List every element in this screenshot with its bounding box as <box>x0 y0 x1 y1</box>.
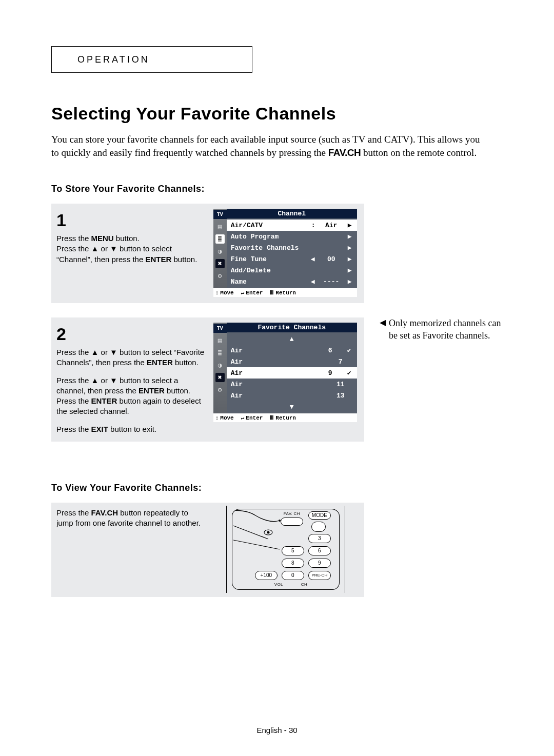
right-arrow-icon: ▶ <box>347 232 353 241</box>
osd-row: Air7 <box>227 356 357 367</box>
prech-button[interactable]: PRE-CH <box>308 571 331 580</box>
t: FAV.CH <box>91 508 118 517</box>
osd-row-value: 7 <box>328 358 353 366</box>
callout-line-1 <box>232 525 284 555</box>
osd-row-label: Name <box>231 278 307 286</box>
t: Press the <box>56 234 91 243</box>
num-8-button[interactable]: 8 <box>282 559 304 568</box>
osd-row-label: Fine Tune <box>231 255 307 263</box>
osd-row: Favorite Channels▶ <box>227 242 357 253</box>
plus100-button[interactable]: +100 <box>255 571 278 580</box>
step-1-line-2: Press the ▲ or ▼ button to select “Chann… <box>56 244 206 265</box>
check-icon: ✔ <box>346 369 353 377</box>
num-0-button[interactable]: 0 <box>282 571 304 580</box>
num-3-button[interactable]: 3 <box>308 534 331 543</box>
step-2-line-3: Press the ENTER button again to deselect… <box>56 396 206 417</box>
osd-corner-tv: TV <box>213 210 227 219</box>
osd-row-label: Air <box>231 358 325 366</box>
intro-text-2: button on the remote control. <box>361 147 477 158</box>
updown-icon: ↕ <box>215 290 219 296</box>
blank-button[interactable] <box>311 522 326 532</box>
t: button. <box>165 386 190 395</box>
osd-corner-tv: TV <box>213 324 227 333</box>
osd-row-label: Favorite Channels <box>231 244 344 252</box>
t: button. <box>173 358 199 367</box>
t: button. <box>171 255 197 264</box>
foot-move: Move <box>220 415 233 421</box>
osd-row: Air6✔ <box>227 345 357 356</box>
right-arrow-icon: ▶ <box>347 255 353 263</box>
t: button to exit. <box>108 425 156 433</box>
side-note: ◀ Only memorized channels can be set as … <box>380 317 503 342</box>
side-note-text: Only memorized channels can be set as Fa… <box>389 317 503 342</box>
step-2-number: 2 <box>56 323 206 346</box>
mode-button[interactable]: MODE <box>308 511 331 520</box>
step-1-panel: 1 Press the MENU button. Press the ▲ or … <box>51 204 364 303</box>
osd-row: Name◀----▶ <box>227 276 357 287</box>
osd-row: Auto Program▶ <box>227 231 357 242</box>
updown-icon: ↕ <box>215 415 219 421</box>
store-subheading: To Store Your Favorite Channels: <box>51 184 503 194</box>
osd-title: Favorite Channels <box>227 323 357 332</box>
osd-title: Channel <box>227 209 357 218</box>
foot-return: Return <box>275 290 296 296</box>
osd-row-label: Air <box>231 381 325 388</box>
osd-row: Air13 <box>227 390 357 401</box>
osd-row-value: 11 <box>328 381 353 388</box>
osd-footer: ↕Move ↵Enter ⅢReturn <box>213 288 357 297</box>
setup-icon: ✖ <box>215 259 225 268</box>
page-footer: English - 30 <box>0 726 554 734</box>
step-2-line-4: Press the EXIT button to exit. <box>56 424 206 434</box>
osd-footer: ↕Move ↵Enter ⅢReturn <box>213 413 357 422</box>
osd-favorite-menu: TV ▤ ≣ ◑ ✖ ⚙ Favorite Channels ▲Air6✔Air… <box>213 323 357 422</box>
vol-label: VOL <box>274 582 283 587</box>
right-arrow-icon: ▶ <box>347 221 353 229</box>
section-tab-label: OPERATION <box>77 54 150 65</box>
left-arrow-icon: ◀ <box>310 255 316 263</box>
sound-icon: ≣ <box>215 348 225 357</box>
intro-favch: FAV.CH <box>328 147 361 158</box>
num-5-button[interactable]: 5 <box>282 546 304 555</box>
favch-button[interactable] <box>281 518 303 526</box>
t: button. <box>114 234 140 243</box>
setup-icon: ✖ <box>215 373 225 382</box>
foot-move: Move <box>220 290 233 296</box>
osd-row-value: ---- <box>319 278 344 286</box>
osd-row: Air9✔ <box>227 367 357 379</box>
osd-rail: TV ▤ ≣ ◑ ✖ ⚙ <box>213 323 227 413</box>
sliders-icon: ⚙ <box>215 271 225 281</box>
osd-row-label: Air <box>231 347 315 354</box>
osd-row-label: Air/CATV <box>231 222 308 229</box>
foot-enter: Enter <box>246 415 263 421</box>
osd-row-value: 13 <box>328 392 353 400</box>
step-3-line-1: Press the FAV.CH button repeatedly to ju… <box>56 508 206 529</box>
t: ENTER <box>91 396 117 405</box>
right-arrow-icon: ▶ <box>347 266 353 274</box>
colon: : <box>311 222 316 229</box>
step-1-line-1: Press the MENU button. <box>56 233 206 244</box>
osd-row: ▼ <box>227 401 357 412</box>
enter-icon: ↵ <box>241 414 245 421</box>
step-2-line-1: Press the ▲ or ▼ button to select “Favor… <box>56 347 206 368</box>
step-2-line-2: Press the ▲ or ▼ button to select a chan… <box>56 375 206 396</box>
sliders-icon: ⚙ <box>215 385 225 394</box>
osd-channel-menu: TV ▤ ≣ ◑ ✖ ⚙ Channel Air/CATV:Air▶Auto P… <box>213 209 357 297</box>
num-9-button[interactable]: 9 <box>308 559 331 568</box>
t: ENTER <box>147 358 173 367</box>
sound-icon: ≣ <box>215 234 225 244</box>
left-arrow-icon: ◀ <box>310 277 316 286</box>
channel-icon: ◑ <box>215 361 225 370</box>
page-title: Selecting Your Favorite Channels <box>51 104 503 124</box>
osd-row-label: Auto Program <box>231 233 344 241</box>
right-arrow-icon: ▶ <box>347 244 353 252</box>
osd-row: Air/CATV:Air▶ <box>227 220 357 231</box>
return-icon: Ⅲ <box>270 414 274 421</box>
osd-row-value: 9 <box>318 369 343 377</box>
osd-row-value: 6 <box>318 347 343 354</box>
num-6-button[interactable]: 6 <box>308 546 331 555</box>
t: ENTER <box>138 386 165 395</box>
right-arrow-icon: ▶ <box>347 277 353 286</box>
check-icon: ✔ <box>346 346 353 354</box>
step-2-panel: ◀ Only memorized channels can be set as … <box>51 317 364 442</box>
osd-row: Fine Tune◀00▶ <box>227 253 357 265</box>
